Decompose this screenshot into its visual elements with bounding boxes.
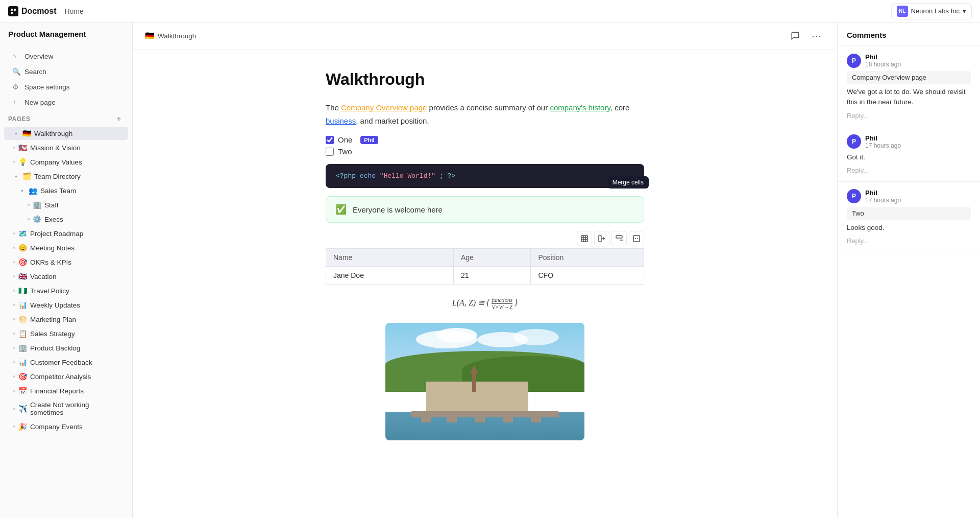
comment-reply-1[interactable]: Reply... <box>847 112 971 120</box>
logo-icon <box>8 6 18 16</box>
sidebar-item-execs[interactable]: ⚙️ Execs <box>4 213 128 226</box>
plus-icon: + <box>12 98 20 106</box>
doc-content: Walkthrough The Company Overview page pr… <box>301 50 669 481</box>
sidebar-item-meeting-notes[interactable]: 😊 Meeting Notes <box>4 241 128 254</box>
dot-icon <box>13 275 15 277</box>
comment-author-1: Phil <box>865 53 901 61</box>
breadcrumb-emoji: 🇩🇪 <box>145 31 155 40</box>
sidebar-item-company-events[interactable]: 🎉 Company Events <box>4 420 128 433</box>
sidebar-item-create-not-working[interactable]: ✈️ Create Not working sometimes <box>4 398 128 419</box>
pages-section: Pages + <box>0 110 132 126</box>
code-string: "Hello World!" <box>380 172 435 180</box>
comment-button[interactable] <box>787 28 803 44</box>
sidebar-item-team-directory[interactable]: ▾ 🗂️ Team Directory <box>4 170 128 183</box>
topbar-right: NL Neuron Labs Inc ▾ <box>891 3 972 19</box>
dot-icon <box>13 426 15 428</box>
table-toolbar <box>326 231 644 246</box>
checklist-label-one: One <box>338 135 352 144</box>
company-overview-link[interactable]: Company Overview page <box>341 103 427 112</box>
comment-avatar-3: P <box>847 189 861 203</box>
table-tool-border[interactable] <box>629 231 644 246</box>
table-tool-grid[interactable] <box>577 231 592 246</box>
home-nav[interactable]: Home <box>64 7 83 15</box>
svg-rect-1 <box>14 9 16 11</box>
code-block: <?php echo "Hello World!" ; ?> <box>326 164 644 188</box>
sidebar-item-weekly-updates[interactable]: 📊 Weekly Updates <box>4 298 128 312</box>
comment-thread-3: P Phil 17 hours ago Two Looks good. Repl… <box>838 182 980 252</box>
search-icon: 🔍 <box>12 67 20 76</box>
doc-title: Walkthrough <box>326 70 644 89</box>
content-area: 🇩🇪 Walkthrough ··· Walkthrough The Compa… <box>133 22 837 518</box>
comments-header: Comments <box>838 22 980 46</box>
sidebar-workspace-title: Product Management <box>8 30 124 38</box>
dot-icon <box>13 390 15 392</box>
sidebar-item-mission-vision[interactable]: 🇺🇸 Mission & Vision <box>4 141 128 154</box>
table-header-name: Name <box>326 249 454 267</box>
sidebar-item-financial-reports[interactable]: 📅 Financial Reports <box>4 384 128 397</box>
svg-rect-3 <box>581 236 587 242</box>
add-page-button[interactable]: + <box>114 114 124 124</box>
checkbox-two[interactable] <box>326 148 334 156</box>
sidebar-item-search[interactable]: 🔍 Search <box>4 64 128 79</box>
more-options-button[interactable]: ··· <box>808 28 825 44</box>
sidebar-item-product-backlog[interactable]: 🏢 Product Backlog <box>4 341 128 355</box>
comment-body-2: Got it. <box>847 152 971 162</box>
checkbox-one[interactable] <box>326 136 334 144</box>
business-link[interactable]: business <box>326 116 356 125</box>
sidebar-item-sales-strategy[interactable]: 📋 Sales Strategy <box>4 327 128 340</box>
comment-icon <box>791 31 800 40</box>
dot-icon <box>13 408 15 410</box>
sidebar-item-staff[interactable]: 🏢 Staff <box>4 198 128 211</box>
workspace-selector[interactable]: NL Neuron Labs Inc ▾ <box>891 3 972 19</box>
comment-reply-2[interactable]: Reply... <box>847 167 971 174</box>
table-header-age: Age <box>453 249 531 267</box>
sidebar-item-vacation[interactable]: 🇬🇧 Vacation <box>4 270 128 283</box>
doc-paragraph: The Company Overview page provides a con… <box>326 101 644 127</box>
workspace-avatar: NL <box>897 6 908 17</box>
bridge-arch-3 <box>475 411 485 422</box>
callout-text: Everyone is welcome here <box>353 205 443 214</box>
sidebar-item-customer-feedback[interactable]: 📊 Customer Feedback <box>4 356 128 369</box>
sidebar-item-walkthrough[interactable]: ▾ 🇩🇪 Walkthrough <box>4 127 128 140</box>
sidebar-item-marketing-plan[interactable]: 🌕 Marketing Plan <box>4 313 128 326</box>
comment-reply-3[interactable]: Reply... <box>847 237 971 245</box>
table-tool-row-del[interactable] <box>611 231 627 246</box>
company-history-link[interactable]: company's history <box>550 103 610 112</box>
dot-icon <box>13 290 15 292</box>
main-layout: Product Management ⌂ Overview 🔍 Search ⚙… <box>0 22 980 518</box>
merge-cells-tooltip: Merge cells <box>607 176 649 189</box>
dot-icon <box>13 247 15 249</box>
sidebar-item-space-settings[interactable]: ⚙ Space settings <box>4 80 128 94</box>
table-cell-name: Jane Doe <box>326 267 454 285</box>
breadcrumb: 🇩🇪 Walkthrough <box>145 31 196 40</box>
grid-icon <box>581 235 588 242</box>
dot-icon <box>13 361 15 363</box>
workspace-name: Neuron Labs Inc <box>911 7 960 15</box>
callout-block: ✅ Everyone is welcome here Merge cells <box>326 196 644 223</box>
svg-rect-13 <box>633 236 640 242</box>
comment-quote-1: Company Overview page <box>847 71 971 84</box>
breadcrumb-actions: ··· <box>787 28 825 44</box>
table-tool-col-add[interactable] <box>594 231 609 246</box>
dot-icon <box>13 304 15 306</box>
sidebar-item-sales-team[interactable]: ▾ 👥 Sales Team <box>4 184 128 197</box>
breadcrumb-title: Walkthrough <box>158 32 196 40</box>
sidebar-item-overview[interactable]: ⌂ Overview <box>4 49 128 63</box>
sidebar-item-project-roadmap[interactable]: 🗺️ Project Roadmap <box>4 227 128 240</box>
mention-badge-phil: Phil <box>360 136 378 144</box>
bridge-arch-1 <box>421 411 431 422</box>
settings-icon: ⚙ <box>12 83 20 91</box>
sidebar-item-company-values[interactable]: 💡 Company Values <box>4 155 128 169</box>
table-cell-position: CFO <box>531 267 644 285</box>
sidebar-item-travel-policy[interactable]: 🇳🇬 Travel Policy <box>4 284 128 297</box>
sidebar-item-okrs-kpis[interactable]: 🎯 OKRs & KPIs <box>4 255 128 269</box>
math-formula: L(A, Z) ≅ {functionsV×W→Z} <box>326 297 644 311</box>
checklist-label-two: Two <box>338 147 352 156</box>
dot-icon <box>13 333 15 335</box>
comment-time-1: 18 hours ago <box>865 61 901 68</box>
dot-icon <box>13 232 15 234</box>
dot-icon <box>13 161 15 163</box>
sidebar-item-new-page[interactable]: + New page <box>4 95 128 109</box>
doc-scroll: Walkthrough The Company Overview page pr… <box>133 50 837 518</box>
sidebar-item-competitor-analysis[interactable]: 🎯 Competitor Analysis <box>4 370 128 383</box>
